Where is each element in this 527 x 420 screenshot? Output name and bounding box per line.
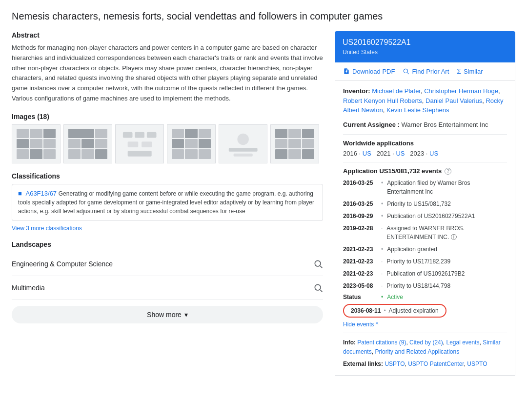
- event-row-8: 2023-05-08 · Priority to US18/144,798: [343, 281, 507, 290]
- help-icon[interactable]: ?: [445, 168, 451, 175]
- image-thumb-5[interactable]: [219, 124, 267, 163]
- expiration-text: Adjusted expiration: [389, 307, 439, 314]
- svg-rect-8: [233, 153, 252, 156]
- download-pdf-button[interactable]: Download PDF: [343, 67, 395, 75]
- year-2016-us[interactable]: US: [363, 150, 371, 157]
- event-desc-5: Application granted: [387, 245, 507, 254]
- event-desc-7: Publication of US10926179B2: [386, 269, 507, 278]
- svg-rect-2: [147, 132, 157, 138]
- uspto-patentcenter-link[interactable]: USPTO PatentCenter: [408, 360, 464, 367]
- external-label: External links:: [343, 360, 383, 367]
- assignee-value: Warner Bros Entertainment Inc: [401, 121, 488, 128]
- svg-point-13: [404, 69, 408, 73]
- svg-line-12: [320, 290, 322, 292]
- inventors-row: Inventor: Michael de Plater, Christopher…: [343, 86, 507, 115]
- expiration-date: 2036-08-11: [351, 307, 381, 314]
- similar-label: Similar: [464, 68, 483, 75]
- left-column: Abstract Methods for managing non-player…: [12, 31, 323, 332]
- year-2023-us[interactable]: US: [429, 150, 438, 157]
- abstract-text: Methods for managing non-player characte…: [12, 43, 323, 104]
- show-more-button[interactable]: Show more ▾: [12, 306, 323, 323]
- hide-events-link[interactable]: Hide events ^: [343, 321, 507, 328]
- inventor-kevin[interactable]: Kevin Leslie Stephens: [386, 106, 449, 114]
- event-date-2: 2016-03-25: [343, 200, 377, 208]
- landscape-label-engineering: Engineering & Computer Science: [12, 260, 113, 268]
- show-more-label: Show more: [147, 311, 182, 319]
- svg-line-10: [320, 266, 322, 268]
- download-pdf-label: Download PDF: [352, 68, 395, 75]
- event-dot-1: •: [381, 179, 383, 196]
- svg-rect-3: [127, 141, 138, 147]
- image-thumb-2[interactable]: [63, 124, 112, 163]
- classification-bullet: ■: [18, 190, 22, 197]
- divider-3: [343, 333, 507, 333]
- application-heading-text: Application US15/081,732 events: [343, 167, 442, 175]
- event-row-3: 2016-09-29 • Publication of US2016027952…: [343, 212, 507, 220]
- event-row-1: 2016-03-25 • Application filed by Warner…: [343, 179, 507, 196]
- assignee-label: Current Assignee :: [343, 121, 400, 128]
- divider-1: [343, 134, 507, 135]
- event-date-4: 2019-02-28: [343, 224, 377, 241]
- status-label: Status: [343, 294, 377, 300]
- view-more-classifications[interactable]: View 3 more classifications: [12, 225, 323, 232]
- classification-code[interactable]: A63F13/67: [25, 190, 57, 197]
- expiration-dot: •: [384, 307, 385, 314]
- uspto-link[interactable]: USPTO: [385, 360, 405, 367]
- inventor-christopher[interactable]: Christopher Herman Hoge: [424, 87, 498, 95]
- event-dot-7: ·: [381, 269, 383, 278]
- image-thumb-4[interactable]: [167, 124, 216, 163]
- event-date-5: 2021-02-23: [343, 245, 377, 254]
- events-heading: Application US15/081,732 events ?: [343, 167, 507, 175]
- inventor-robert[interactable]: Robert Kenyon Hull Roberts: [343, 97, 422, 104]
- year-2021-us[interactable]: US: [396, 150, 405, 157]
- chevron-down-icon: ▾: [184, 311, 188, 319]
- legal-events-link[interactable]: Legal events: [446, 339, 479, 346]
- expiration-row: 2036-08-11 • Adjusted expiration: [343, 304, 507, 318]
- patent-actions: Download PDF Find Prior Art Σ Similar: [335, 62, 515, 80]
- event-desc-3: Publication of US20160279522A1: [387, 212, 507, 220]
- event-desc-2: Priority to US15/081,732: [387, 200, 507, 208]
- inventor-label: Inventor:: [343, 87, 370, 95]
- patent-citations-link[interactable]: Patent citations (9): [357, 339, 406, 346]
- event-dot-8: ·: [381, 281, 383, 290]
- event-dot-6: ·: [381, 257, 383, 266]
- classification-row: ■ A63F13/67 Generating or modifying game…: [18, 189, 317, 216]
- event-desc-1: Application filed by Warner Bros Enterta…: [387, 179, 507, 196]
- classifications-section: Classifications ■ A63F13/67 Generating o…: [12, 172, 323, 232]
- patent-header: US20160279522A1 United States: [335, 31, 515, 62]
- cited-by-link[interactable]: Cited by (24): [409, 339, 443, 346]
- image-thumb-3[interactable]: [115, 124, 164, 163]
- svg-rect-0: [123, 132, 133, 138]
- svg-rect-7: [229, 148, 258, 152]
- landscapes-heading: Landscapes: [12, 240, 323, 248]
- uspto-link-2[interactable]: USPTO: [467, 360, 487, 367]
- svg-rect-5: [127, 150, 151, 156]
- find-prior-art-label: Find Prior Art: [412, 68, 449, 75]
- landscape-label-multimedia: Multimedia: [12, 284, 45, 292]
- image-thumb-6[interactable]: [270, 124, 319, 163]
- svg-rect-1: [135, 132, 144, 138]
- event-date-1: 2016-03-25: [343, 179, 377, 196]
- inventor-michael[interactable]: Michael de Plater: [372, 87, 421, 95]
- assignee-row: Current Assignee : Warner Bros Entertain…: [343, 120, 507, 130]
- similar-button[interactable]: Σ Similar: [457, 67, 483, 75]
- patent-country: United States: [343, 49, 507, 56]
- event-desc-8: Priority to US18/144,798: [386, 281, 507, 290]
- landscapes-section: Landscapes Engineering & Computer Scienc…: [12, 240, 323, 323]
- landscape-search-engineering[interactable]: [313, 259, 323, 269]
- event-row-7: 2021-02-23 · Publication of US10926179B2: [343, 269, 507, 278]
- svg-point-9: [315, 260, 321, 266]
- find-prior-art-button[interactable]: Find Prior Art: [403, 67, 449, 75]
- landscape-item-multimedia[interactable]: Multimedia: [12, 276, 323, 300]
- priority-applications-link[interactable]: Priority and Related Applications: [375, 348, 459, 355]
- event-row-5: 2021-02-23 • Application granted: [343, 245, 507, 254]
- image-thumb-1[interactable]: [12, 124, 61, 163]
- event-dot-4: ·: [381, 224, 383, 241]
- event-date-7: 2021-02-23: [343, 269, 377, 278]
- svg-point-11: [315, 284, 321, 290]
- svg-line-14: [407, 73, 409, 74]
- inventor-daniel[interactable]: Daniel Paul Valerius: [426, 97, 482, 104]
- landscape-search-multimedia[interactable]: [313, 283, 323, 293]
- event-row-6: 2021-02-23 · Priority to US17/182,239: [343, 257, 507, 266]
- landscape-item-engineering[interactable]: Engineering & Computer Science: [12, 252, 323, 276]
